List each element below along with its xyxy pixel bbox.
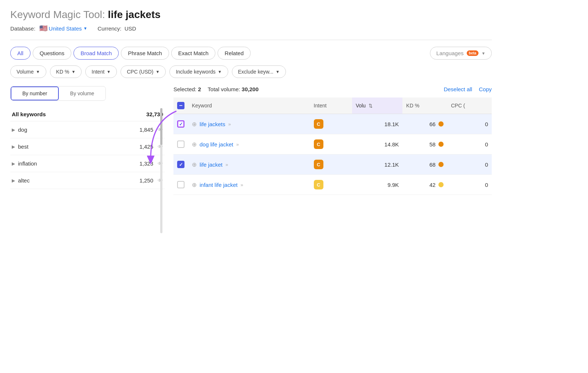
filter-kd[interactable]: KD % ▼ — [50, 65, 82, 78]
us-flag-icon: 🇺🇸 — [39, 24, 47, 32]
expand-inflation-icon[interactable]: ▶ — [12, 161, 15, 166]
expand-altec-icon[interactable]: ▶ — [12, 178, 15, 183]
th-cpc: CPC ( — [447, 97, 492, 114]
row1-arrow-icon: » — [228, 121, 231, 127]
sort-volume-icon: ⇅ — [369, 103, 373, 109]
row2-kd-dot — [438, 142, 444, 147]
row2-keyword-cell: ⊕ dog life jacket » — [188, 134, 310, 154]
tab-phrase-match[interactable]: Phrase Match — [121, 47, 169, 60]
th-intent: Intent — [310, 97, 352, 114]
tab-broad-match[interactable]: Broad Match — [74, 47, 119, 60]
row3-keyword-link[interactable]: ⊕ life jacket » — [192, 161, 306, 168]
row4-kd-dot — [438, 182, 444, 187]
title-keyword: life jackets — [108, 9, 161, 20]
row2-arrow-icon: » — [236, 142, 239, 147]
languages-chevron-icon: ▼ — [481, 51, 485, 56]
sort-by-number-button[interactable]: By number — [11, 86, 59, 100]
database-label: Database: 🇺🇸 United States ▼ — [10, 24, 87, 32]
tab-questions[interactable]: Questions — [33, 47, 72, 60]
deselect-all-button[interactable]: Deselect all — [444, 86, 472, 92]
row4-keyword-link[interactable]: ⊕ infant life jacket » — [192, 181, 306, 188]
row1-intent-cell: C — [310, 114, 352, 134]
row4-checkbox-cell — [173, 175, 188, 195]
expand-best-icon[interactable]: ▶ — [12, 144, 15, 149]
expand-dog-icon[interactable]: ▶ — [12, 127, 15, 132]
page-meta: Database: 🇺🇸 United States ▼ Currency: U… — [10, 24, 492, 32]
table-toolbar: Selected: 2 Total volume: 30,200 Deselec… — [173, 86, 492, 92]
left-panel: By number By volume All keywords 32,730 … — [10, 86, 165, 195]
sort-row: By number By volume — [10, 86, 106, 101]
tab-exact-match[interactable]: Exact Match — [171, 47, 216, 60]
keyword-group-best: ▶ best 1,425 👁 — [10, 138, 165, 155]
filter-volume[interactable]: Volume ▼ — [10, 65, 46, 78]
keyword-groups-list: All keywords 32,730 ▶ dog 1,845 👁 ▶ — [10, 107, 165, 189]
filter-cpc[interactable]: CPC (USD) ▼ — [121, 65, 166, 78]
title-static: Keyword Magic Tool: — [10, 9, 105, 20]
all-keywords-label: All keywords — [12, 111, 46, 117]
right-panel: Selected: 2 Total volume: 30,200 Deselec… — [173, 86, 492, 195]
tab-related[interactable]: Related — [218, 47, 251, 60]
table-header: − Keyword Intent Volu ⇅ KD % CPC ( — [173, 97, 492, 114]
row3-plus-icon: ⊕ — [192, 161, 197, 168]
tab-all[interactable]: All — [10, 47, 31, 60]
th-volume[interactable]: Volu ⇅ — [352, 97, 402, 114]
languages-label: Languages — [436, 50, 463, 56]
th-kd: KD % — [402, 97, 447, 114]
row1-kd-value: 66 — [430, 121, 436, 127]
row3-cpc-cell: 0 — [447, 154, 492, 175]
total-volume-label: Total volume: 30,200 — [208, 86, 258, 92]
filter-include-keywords[interactable]: Include keywords ▼ — [169, 65, 228, 78]
table-row: ⊕ infant life jacket » C 9.9K 42 — [173, 175, 492, 195]
th-checkbox: − — [173, 97, 188, 114]
selected-count: 2 — [198, 86, 201, 92]
languages-button[interactable]: Languages beta ▼ — [430, 47, 492, 60]
table-row: ⊕ dog life jacket » C 14.8K 58 — [173, 134, 492, 154]
keyword-group-inflation: ▶ inflation 1,323 👁 — [10, 155, 165, 172]
filter-intent[interactable]: Intent ▼ — [85, 65, 117, 78]
row1-checkbox[interactable]: ✓ — [177, 120, 184, 128]
row4-intent-badge: C — [314, 180, 323, 189]
row2-plus-icon: ⊕ — [192, 141, 197, 148]
row3-kd-dot — [438, 162, 444, 167]
kd-chevron-icon: ▼ — [71, 70, 75, 74]
header-divider — [10, 40, 492, 40]
row3-arrow-icon: » — [226, 162, 228, 167]
row4-checkbox[interactable] — [177, 181, 184, 188]
row2-checkbox[interactable] — [177, 141, 184, 148]
row1-plus-icon: ⊕ — [192, 121, 197, 128]
database-link[interactable]: United States ▼ — [49, 25, 87, 32]
th-keyword: Keyword — [188, 97, 310, 114]
row3-checkbox[interactable]: ✓ — [177, 161, 184, 168]
sort-by-volume-button[interactable]: By volume — [59, 87, 105, 100]
row1-volume-cell: 18.1K — [352, 114, 402, 134]
row2-keyword-link[interactable]: ⊕ dog life jacket » — [192, 141, 306, 148]
row4-volume-cell: 9.9K — [352, 175, 402, 195]
table-row: ✓ ⊕ life jackets » C — [173, 114, 492, 134]
copy-button[interactable]: Copy — [479, 86, 492, 92]
filter-exclude-keywords[interactable]: Exclude keyw... ▼ — [232, 65, 286, 78]
row3-intent-cell: C — [310, 154, 352, 175]
row4-arrow-icon: » — [240, 182, 243, 188]
row1-keyword-link[interactable]: ⊕ life jackets » — [192, 121, 306, 128]
row2-intent-badge: C — [314, 139, 323, 149]
row2-kd-cell: 58 — [402, 134, 447, 154]
row4-kd-value: 42 — [430, 182, 436, 188]
table-row: ✓ ⊕ life jacket » C — [173, 154, 492, 175]
row2-kd-value: 58 — [430, 141, 436, 148]
exclude-chevron-icon: ▼ — [276, 70, 280, 74]
panel-scrollbar[interactable] — [160, 108, 162, 233]
keyword-group-dog: ▶ dog 1,845 👁 — [10, 121, 165, 138]
select-all-checkbox[interactable]: − — [177, 102, 184, 109]
row3-kd-value: 68 — [430, 161, 436, 168]
filters-row: Volume ▼ KD % ▼ Intent ▼ CPC (USD) ▼ Inc… — [10, 65, 492, 78]
total-volume-value: 30,200 — [242, 86, 259, 92]
volume-chevron-icon: ▼ — [36, 70, 40, 74]
row1-keyword-cell: ⊕ life jackets » — [188, 114, 310, 134]
row4-kd-cell: 42 — [402, 175, 447, 195]
row3-keyword-cell: ⊕ life jacket » — [188, 154, 310, 175]
include-chevron-icon: ▼ — [218, 70, 222, 74]
row3-volume-cell: 12.1K — [352, 154, 402, 175]
row4-plus-icon: ⊕ — [192, 181, 197, 188]
database-chevron-icon: ▼ — [83, 26, 87, 31]
row1-intent-badge: C — [314, 119, 323, 129]
